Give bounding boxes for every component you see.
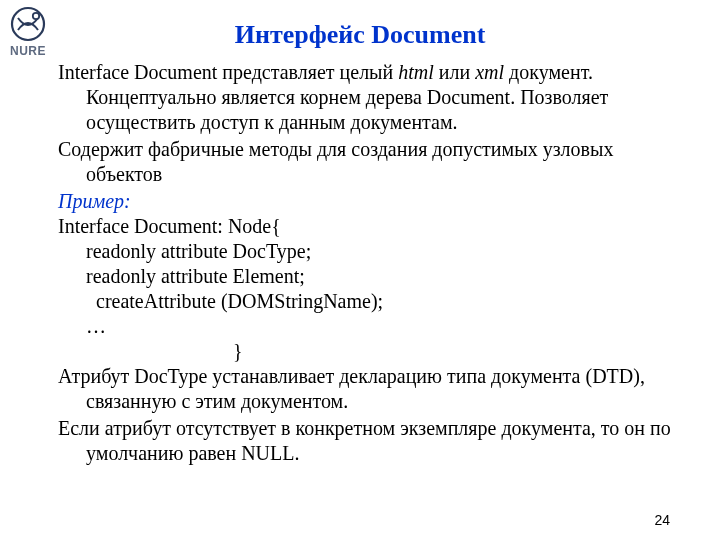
code-line-6: }	[58, 339, 686, 364]
code-line-4: createAttribute (DOMStringName);	[58, 289, 686, 314]
paragraph-2: Содержит фабричные методы для создания д…	[58, 137, 686, 187]
code-line-3: readonly attribute Element;	[58, 264, 686, 289]
code-line-1: Interface Document: Node{	[58, 214, 686, 239]
paragraph-1: Interface Document представляет целый ht…	[58, 60, 686, 135]
code-line-5: …	[58, 314, 686, 339]
slide-title: Интерфейс Document	[0, 0, 720, 60]
paragraph-3: Атрибут DocType устанавливает декларацию…	[58, 364, 686, 414]
p1-part-c: или	[434, 61, 475, 83]
paragraph-4: Если атрибут отсутствует в конкретном эк…	[58, 416, 686, 466]
p1-html: html	[398, 61, 434, 83]
logo-text: NURE	[10, 44, 46, 58]
example-label: Пример:	[58, 189, 686, 214]
code-line-2: readonly attribute DocType;	[58, 239, 686, 264]
page-number: 24	[654, 512, 670, 528]
nure-logo: NURE	[10, 6, 46, 58]
svg-point-1	[33, 13, 39, 19]
p1-part-a: Interface Document представляет целый	[58, 61, 398, 83]
slide-content: Interface Document представляет целый ht…	[0, 60, 720, 466]
logo-icon	[10, 6, 46, 42]
p1-xml: xml	[475, 61, 504, 83]
